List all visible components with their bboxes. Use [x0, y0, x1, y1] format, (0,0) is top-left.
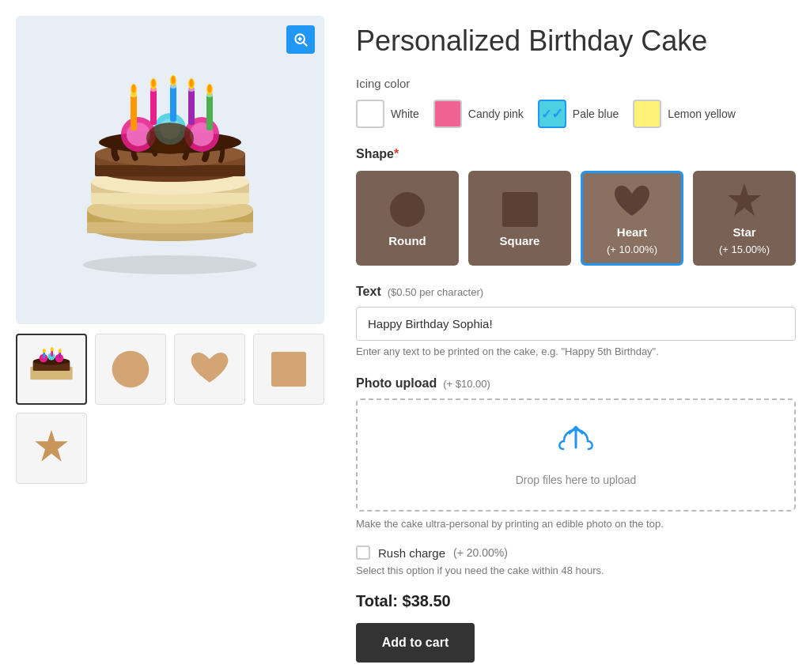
product-page: Personalized Birthday Cake Icing color W…: [16, 16, 794, 663]
total-amount: Total: $38.50: [356, 592, 451, 610]
shape-option-round[interactable]: Round: [356, 171, 459, 266]
thumb-round[interactable]: [95, 334, 166, 405]
svg-rect-30: [150, 89, 157, 125]
text-input[interactable]: [356, 307, 796, 341]
heart-shape-icon: [608, 181, 656, 221]
color-swatch-pale-blue: ✓: [538, 100, 566, 128]
rush-label: Rush charge: [378, 546, 445, 560]
svg-rect-25: [131, 95, 137, 130]
svg-point-45: [208, 85, 212, 92]
svg-rect-59: [271, 352, 306, 387]
round-shape-icon: [384, 190, 431, 229]
star-shape-price: (+ 15.00%): [719, 244, 770, 255]
svg-point-19: [127, 123, 150, 146]
right-column: Personalized Birthday Cake Icing color W…: [356, 16, 796, 663]
color-label-pale-blue: Pale blue: [573, 108, 619, 120]
thumbnail-list: [16, 334, 324, 484]
text-label: Text: [356, 285, 381, 299]
svg-line-1: [304, 43, 308, 47]
color-option-white[interactable]: White: [356, 100, 419, 128]
upload-text: Drop files here to upload: [516, 474, 637, 486]
color-options: White Candy pink ✓ Pale blue Lemon yello…: [356, 100, 796, 128]
text-section-header: Text ($0.50 per character): [356, 285, 796, 299]
svg-point-37: [172, 76, 176, 84]
total-row: Total: $38.50: [356, 592, 796, 610]
color-swatch-candy-pink: [433, 100, 462, 128]
svg-point-24: [146, 123, 194, 154]
svg-rect-62: [502, 192, 538, 227]
color-label-white: White: [391, 108, 419, 120]
thumb-cake[interactable]: [16, 334, 87, 405]
svg-point-56: [51, 347, 54, 351]
photo-upload-section: Photo upload (+ $10.00) Drop files here …: [356, 376, 796, 530]
heart-shape-price: (+ 10.00%): [607, 244, 657, 255]
color-swatch-white: [356, 100, 384, 128]
svg-point-61: [390, 192, 425, 227]
color-swatch-lemon-yellow: [633, 100, 661, 128]
svg-point-58: [112, 351, 150, 388]
thumb-square[interactable]: [253, 334, 324, 405]
svg-point-4: [83, 255, 257, 274]
icing-label: Icing color: [356, 77, 796, 90]
thumb-star[interactable]: [16, 413, 87, 484]
color-option-candy-pink[interactable]: Candy pink: [433, 100, 524, 128]
thumb-heart[interactable]: [174, 334, 245, 405]
add-to-cart-button[interactable]: Add to cart: [356, 623, 475, 663]
shape-option-square[interactable]: Square: [468, 171, 571, 266]
upload-icon: [557, 424, 595, 466]
heart-shape-name: Heart: [617, 225, 647, 239]
text-section: Text ($0.50 per character) Enter any tex…: [356, 285, 796, 357]
rush-checkbox[interactable]: [356, 546, 370, 560]
svg-rect-42: [206, 95, 213, 130]
photo-price-note: (+ $10.00): [443, 378, 490, 390]
svg-point-29: [132, 85, 136, 92]
icing-section: Icing color White Candy pink ✓ Pale blue: [356, 77, 796, 128]
star-shape-icon: [721, 181, 768, 221]
upload-hint: Make the cake ultra-personal by printing…: [356, 518, 796, 530]
rush-section: Rush charge (+ 20.00%) Select this optio…: [356, 546, 796, 576]
rush-row: Rush charge (+ 20.00%): [356, 546, 796, 560]
color-option-pale-blue[interactable]: ✓ Pale blue: [538, 100, 619, 128]
star-shape-name: Star: [732, 225, 755, 239]
shape-label: Shape*: [356, 147, 796, 161]
photo-section-header: Photo upload (+ $10.00): [356, 376, 796, 391]
rush-hint: Select this option if you need the cake …: [356, 564, 796, 576]
svg-rect-38: [188, 89, 195, 125]
cake-image: [59, 51, 281, 289]
svg-point-55: [43, 349, 46, 353]
svg-marker-60: [35, 430, 67, 462]
shape-section: Shape* Round: [356, 147, 796, 266]
text-hint: Enter any text to be printed on the cake…: [356, 345, 796, 357]
zoom-button[interactable]: [286, 25, 315, 54]
shape-option-heart[interactable]: Heart (+ 10.00%): [581, 171, 683, 266]
round-shape-name: Round: [388, 234, 426, 247]
photo-label: Photo upload: [356, 376, 437, 391]
svg-rect-34: [170, 86, 176, 122]
square-shape-icon: [496, 190, 543, 229]
shape-option-star[interactable]: Star (+ 15.00%): [693, 171, 796, 266]
main-product-image: [16, 16, 324, 324]
svg-marker-63: [728, 183, 761, 216]
text-price-note: ($0.50 per character): [388, 286, 483, 298]
left-column: [16, 16, 324, 663]
square-shape-name: Square: [500, 234, 540, 247]
color-label-candy-pink: Candy pink: [468, 108, 524, 120]
color-label-lemon-yellow: Lemon yellow: [668, 108, 736, 120]
color-option-lemon-yellow[interactable]: Lemon yellow: [633, 100, 736, 128]
shape-options: Round Square: [356, 171, 796, 266]
upload-area[interactable]: Drop files here to upload: [356, 398, 796, 512]
product-title: Personalized Birthday Cake: [356, 24, 796, 58]
svg-point-33: [152, 79, 156, 87]
svg-point-57: [59, 349, 62, 353]
svg-point-41: [190, 79, 194, 87]
rush-price: (+ 20.00%): [453, 546, 508, 559]
